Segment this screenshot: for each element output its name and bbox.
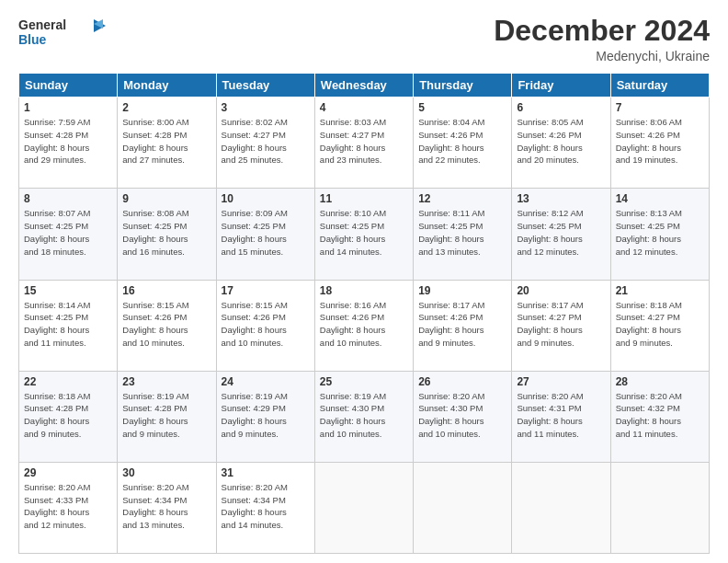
- day-info: Sunrise: 8:19 AM Sunset: 4:30 PM Dayligh…: [320, 390, 408, 441]
- table-row: 17Sunrise: 8:15 AM Sunset: 4:26 PM Dayli…: [216, 280, 314, 371]
- calendar-header-row: Sunday Monday Tuesday Wednesday Thursday…: [19, 74, 710, 98]
- day-info: Sunrise: 8:19 AM Sunset: 4:28 PM Dayligh…: [122, 390, 210, 441]
- day-info: Sunrise: 8:20 AM Sunset: 4:33 PM Dayligh…: [24, 481, 112, 532]
- col-monday: Monday: [118, 74, 216, 98]
- day-info: Sunrise: 8:02 AM Sunset: 4:27 PM Dayligh…: [222, 116, 310, 167]
- day-number: 25: [320, 375, 408, 388]
- day-number: 16: [122, 284, 210, 297]
- table-row: 25Sunrise: 8:19 AM Sunset: 4:30 PM Dayli…: [314, 371, 413, 462]
- day-number: 2: [122, 101, 210, 114]
- calendar-week-3: 15Sunrise: 8:14 AM Sunset: 4:25 PM Dayli…: [19, 280, 710, 371]
- day-number: 7: [616, 101, 704, 114]
- table-row: 6Sunrise: 8:05 AM Sunset: 4:26 PM Daylig…: [512, 98, 610, 189]
- day-number: 11: [320, 192, 408, 205]
- day-info: Sunrise: 8:05 AM Sunset: 4:26 PM Dayligh…: [517, 116, 605, 167]
- col-wednesday: Wednesday: [314, 74, 413, 98]
- day-info: Sunrise: 8:20 AM Sunset: 4:32 PM Dayligh…: [616, 390, 704, 441]
- table-row: [414, 462, 512, 553]
- day-number: 21: [616, 284, 704, 297]
- table-row: 15Sunrise: 8:14 AM Sunset: 4:25 PM Dayli…: [19, 280, 118, 371]
- svg-text:General: General: [18, 17, 66, 32]
- table-row: 4Sunrise: 8:03 AM Sunset: 4:27 PM Daylig…: [314, 98, 413, 189]
- table-row: 11Sunrise: 8:10 AM Sunset: 4:25 PM Dayli…: [314, 189, 413, 280]
- day-number: 10: [222, 192, 310, 205]
- table-row: 16Sunrise: 8:15 AM Sunset: 4:26 PM Dayli…: [118, 280, 216, 371]
- table-row: 10Sunrise: 8:09 AM Sunset: 4:25 PM Dayli…: [216, 189, 314, 280]
- table-row: 27Sunrise: 8:20 AM Sunset: 4:31 PM Dayli…: [512, 371, 610, 462]
- table-row: 21Sunrise: 8:18 AM Sunset: 4:27 PM Dayli…: [610, 280, 709, 371]
- day-info: Sunrise: 8:07 AM Sunset: 4:25 PM Dayligh…: [24, 207, 112, 258]
- day-number: 23: [122, 375, 210, 388]
- day-number: 5: [418, 101, 506, 114]
- calendar-table: Sunday Monday Tuesday Wednesday Thursday…: [18, 73, 710, 554]
- month-title: December 2024: [494, 15, 710, 47]
- day-number: 27: [517, 375, 605, 388]
- day-number: 22: [24, 375, 112, 388]
- col-friday: Friday: [512, 74, 610, 98]
- table-row: [512, 462, 610, 553]
- table-row: 22Sunrise: 8:18 AM Sunset: 4:28 PM Dayli…: [19, 371, 118, 462]
- table-row: 23Sunrise: 8:19 AM Sunset: 4:28 PM Dayli…: [118, 371, 216, 462]
- table-row: 1Sunrise: 7:59 AM Sunset: 4:28 PM Daylig…: [19, 98, 118, 189]
- day-number: 17: [222, 284, 310, 297]
- location: Medenychi, Ukraine: [494, 49, 710, 63]
- day-number: 13: [517, 192, 605, 205]
- day-number: 3: [222, 101, 310, 114]
- day-info: Sunrise: 8:12 AM Sunset: 4:25 PM Dayligh…: [517, 207, 605, 258]
- calendar-week-2: 8Sunrise: 8:07 AM Sunset: 4:25 PM Daylig…: [19, 189, 710, 280]
- title-block: December 2024 Medenychi, Ukraine: [494, 15, 710, 63]
- table-row: 24Sunrise: 8:19 AM Sunset: 4:29 PM Dayli…: [216, 371, 314, 462]
- day-info: Sunrise: 8:18 AM Sunset: 4:28 PM Dayligh…: [24, 390, 112, 441]
- day-number: 15: [24, 284, 112, 297]
- calendar-week-1: 1Sunrise: 7:59 AM Sunset: 4:28 PM Daylig…: [19, 98, 710, 189]
- calendar-week-4: 22Sunrise: 8:18 AM Sunset: 4:28 PM Dayli…: [19, 371, 710, 462]
- day-number: 26: [418, 375, 506, 388]
- day-info: Sunrise: 8:17 AM Sunset: 4:26 PM Dayligh…: [418, 299, 506, 350]
- day-info: Sunrise: 8:15 AM Sunset: 4:26 PM Dayligh…: [222, 299, 310, 350]
- day-number: 8: [24, 192, 112, 205]
- day-info: Sunrise: 7:59 AM Sunset: 4:28 PM Dayligh…: [24, 116, 112, 167]
- logo-text: General Blue: [18, 15, 106, 53]
- day-info: Sunrise: 8:06 AM Sunset: 4:26 PM Dayligh…: [616, 116, 704, 167]
- table-row: 13Sunrise: 8:12 AM Sunset: 4:25 PM Dayli…: [512, 189, 610, 280]
- day-info: Sunrise: 8:00 AM Sunset: 4:28 PM Dayligh…: [122, 116, 210, 167]
- day-number: 24: [222, 375, 310, 388]
- day-info: Sunrise: 8:19 AM Sunset: 4:29 PM Dayligh…: [222, 390, 310, 441]
- table-row: 7Sunrise: 8:06 AM Sunset: 4:26 PM Daylig…: [610, 98, 709, 189]
- table-row: 14Sunrise: 8:13 AM Sunset: 4:25 PM Dayli…: [610, 189, 709, 280]
- col-sunday: Sunday: [19, 74, 118, 98]
- day-info: Sunrise: 8:20 AM Sunset: 4:30 PM Dayligh…: [418, 390, 506, 441]
- day-number: 18: [320, 284, 408, 297]
- table-row: [610, 462, 709, 553]
- table-row: 19Sunrise: 8:17 AM Sunset: 4:26 PM Dayli…: [414, 280, 512, 371]
- day-info: Sunrise: 8:04 AM Sunset: 4:26 PM Dayligh…: [418, 116, 506, 167]
- col-thursday: Thursday: [414, 74, 512, 98]
- day-info: Sunrise: 8:10 AM Sunset: 4:25 PM Dayligh…: [320, 207, 408, 258]
- table-row: 29Sunrise: 8:20 AM Sunset: 4:33 PM Dayli…: [19, 462, 118, 553]
- day-number: 29: [24, 466, 112, 479]
- day-number: 1: [24, 101, 112, 114]
- day-info: Sunrise: 8:08 AM Sunset: 4:25 PM Dayligh…: [122, 207, 210, 258]
- day-info: Sunrise: 8:17 AM Sunset: 4:27 PM Dayligh…: [517, 299, 605, 350]
- col-saturday: Saturday: [610, 74, 709, 98]
- table-row: 30Sunrise: 8:20 AM Sunset: 4:34 PM Dayli…: [118, 462, 216, 553]
- header: General Blue December 2024 Medenychi, Uk…: [18, 15, 710, 63]
- table-row: 5Sunrise: 8:04 AM Sunset: 4:26 PM Daylig…: [414, 98, 512, 189]
- day-number: 31: [222, 466, 310, 479]
- day-info: Sunrise: 8:16 AM Sunset: 4:26 PM Dayligh…: [320, 299, 408, 350]
- table-row: 18Sunrise: 8:16 AM Sunset: 4:26 PM Dayli…: [314, 280, 413, 371]
- table-row: [314, 462, 413, 553]
- day-info: Sunrise: 8:20 AM Sunset: 4:31 PM Dayligh…: [517, 390, 605, 441]
- table-row: 28Sunrise: 8:20 AM Sunset: 4:32 PM Dayli…: [610, 371, 709, 462]
- col-tuesday: Tuesday: [216, 74, 314, 98]
- day-number: 14: [616, 192, 704, 205]
- calendar-week-5: 29Sunrise: 8:20 AM Sunset: 4:33 PM Dayli…: [19, 462, 710, 553]
- day-info: Sunrise: 8:11 AM Sunset: 4:25 PM Dayligh…: [418, 207, 506, 258]
- table-row: 20Sunrise: 8:17 AM Sunset: 4:27 PM Dayli…: [512, 280, 610, 371]
- table-row: 12Sunrise: 8:11 AM Sunset: 4:25 PM Dayli…: [414, 189, 512, 280]
- page: General Blue December 2024 Medenychi, Uk…: [0, 0, 728, 563]
- day-info: Sunrise: 8:14 AM Sunset: 4:25 PM Dayligh…: [24, 299, 112, 350]
- day-info: Sunrise: 8:03 AM Sunset: 4:27 PM Dayligh…: [320, 116, 408, 167]
- table-row: 3Sunrise: 8:02 AM Sunset: 4:27 PM Daylig…: [216, 98, 314, 189]
- day-number: 12: [418, 192, 506, 205]
